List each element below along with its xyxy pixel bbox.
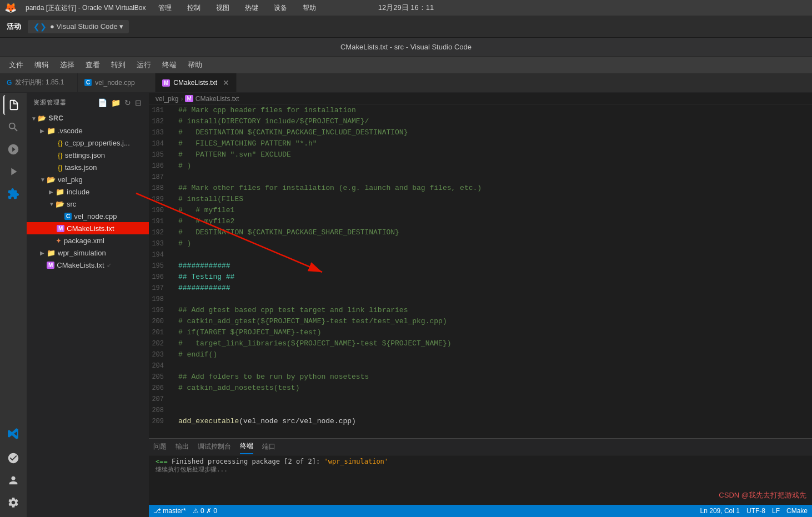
code-line-201: # if(TARGET ${PROJECT_NAME}-test)	[178, 327, 812, 338]
tree-json-icon: {}	[58, 151, 63, 159]
code-line-202: # target_link_libraries(${PROJECT_NAME}-…	[178, 338, 812, 349]
code-line-200: # catkin_add_gtest(${PROJECT_NAME}-test …	[178, 316, 812, 327]
line-numbers: 181 182 183 184 185 186 187 188 189 190 …	[149, 105, 174, 438]
tree-settings-json[interactable]: {} settings.json	[27, 149, 149, 161]
tree-folder-icon: 📂	[47, 175, 56, 184]
status-encoding[interactable]: UTF-8	[746, 507, 765, 515]
os-titlebar: 🦊 panda [正在运行] - Oracle VM VirtualBox 管理…	[0, 0, 812, 16]
tree-cmake-root[interactable]: M CMakeLists.txt ↙	[27, 259, 149, 271]
status-language[interactable]: CMake	[786, 507, 808, 515]
tree-wpr-simulation[interactable]: ▶ 📁 wpr_simulation	[27, 247, 149, 259]
tree-cmake-icon: M	[57, 225, 64, 232]
code-editor: 181 182 183 184 185 186 187 188 189 190 …	[149, 105, 812, 438]
menu-file[interactable]: 文件	[4, 59, 28, 71]
terminal-tab-output[interactable]: 输出	[176, 440, 189, 454]
code-line-181: ## Mark cpp header files for installatio…	[178, 105, 812, 116]
os-title: panda [正在运行] - Oracle VM VirtualBox	[26, 3, 146, 13]
sidebar-new-folder-icon[interactable]: 📁	[111, 98, 121, 107]
os-menu-control[interactable]: 控制	[184, 2, 204, 14]
tree-src-folder[interactable]: ▼ 📂 src	[27, 198, 149, 210]
activity-extensions[interactable]	[3, 184, 23, 204]
activity-files[interactable]	[3, 95, 23, 115]
breadcrumb: vel_pkg › M CMakeLists.txt	[149, 93, 812, 105]
activity-run[interactable]	[3, 162, 23, 182]
menu-run[interactable]: 运行	[132, 59, 156, 71]
breadcrumb-cmake-file: CMakeLists.txt	[196, 95, 239, 103]
activity-vscode[interactable]	[3, 424, 23, 444]
code-line-203: # endif()	[178, 349, 812, 360]
activity-search[interactable]	[3, 117, 23, 137]
code-line-198	[178, 294, 812, 305]
activity-label: 活动	[7, 22, 21, 32]
menu-goto[interactable]: 转到	[107, 59, 130, 71]
menu-select[interactable]: 选择	[56, 59, 79, 71]
sidebar-refresh-icon[interactable]: ↻	[124, 98, 132, 107]
tree-folder-icon: 📂	[38, 114, 47, 122]
code-line-192: # DESTINATION ${CATKIN_PACKAGE_SHARE_DES…	[178, 227, 812, 238]
activity-git[interactable]	[3, 139, 23, 159]
tree-cmakelists-selected[interactable]: M CMakeLists.txt	[27, 222, 149, 234]
tree-include-folder[interactable]: ▶ 📁 include	[27, 185, 149, 198]
code-line-204	[178, 360, 812, 372]
tree-cpp-icon: C	[64, 213, 72, 220]
menu-help[interactable]: 帮助	[183, 59, 207, 71]
tab-bar: G 发行说明: 1.85.1 C vel_node.cpp M CMakeLis…	[0, 73, 812, 93]
tab-cmake[interactable]: M CMakeLists.txt ✕	[156, 73, 237, 92]
status-right: Ln 209, Col 1 UTF-8 LF CMake	[700, 507, 808, 515]
tree-folder-icon: 📁	[47, 127, 56, 135]
tree-folder-icon: 📁	[47, 249, 56, 257]
status-errors[interactable]: ⚠ 0 ✗ 0	[193, 507, 217, 515]
terminal-tab-terminal[interactable]: 终端	[240, 439, 253, 454]
tab-release-notes[interactable]: G 发行说明: 1.85.1	[0, 73, 78, 92]
code-line-191: # # myfile2	[178, 216, 812, 227]
sidebar-collapse-icon[interactable]: ⊟	[135, 98, 142, 107]
terminal-panel: 问题 输出 调试控制台 终端 端口 <== Finished processin…	[149, 438, 812, 505]
menu-terminal[interactable]: 终端	[158, 59, 181, 71]
tab-close-cmake[interactable]: ✕	[223, 78, 229, 87]
tree-vel-node-cpp[interactable]: C vel_node.cpp	[27, 210, 149, 222]
os-menu-manage[interactable]: 管理	[155, 2, 175, 14]
code-line-186: # )	[178, 160, 812, 172]
sidebar: 资源管理器 📄 📁 ↻ ⊟ ▼ 📂 SRC	[27, 93, 149, 517]
code-line-195: ############	[178, 260, 812, 272]
code-line-185: # PATTERN ".svn" EXCLUDE	[178, 149, 812, 160]
status-position[interactable]: Ln 209, Col 1	[700, 507, 740, 515]
code-content[interactable]: 181 182 183 184 185 186 187 188 189 190 …	[149, 105, 812, 438]
tree-cpp-props[interactable]: {} c_cpp_properties.j...	[27, 137, 149, 149]
tree-tasks-json[interactable]: {} tasks.json	[27, 161, 149, 173]
code-line-205: ## Add folders to be run by python noset…	[178, 372, 812, 383]
activity-bar	[0, 93, 27, 517]
os-datetime: 12月29日 16：11	[378, 3, 434, 13]
tree-cmake-icon2: M	[47, 262, 54, 269]
terminal-tab-debug[interactable]: 调试控制台	[198, 440, 231, 454]
code-line-190: # # myfile1	[178, 205, 812, 216]
tree-folder-icon: 📂	[56, 200, 64, 208]
os-menu-view[interactable]: 视图	[213, 2, 233, 14]
tab-vel-node[interactable]: C vel_node.cpp	[78, 73, 156, 92]
os-menu-device[interactable]: 设备	[270, 2, 290, 14]
activity-debug[interactable]	[3, 448, 23, 468]
tree-package-xml[interactable]: ✦ package.xml	[27, 234, 149, 247]
status-branch[interactable]: ⎇ master*	[153, 507, 186, 515]
code-line-207	[178, 394, 812, 405]
tree-json-icon: {}	[58, 163, 63, 172]
activity-account[interactable]	[3, 470, 23, 490]
code-line-189: # install(FILES	[178, 194, 812, 205]
tree-src-root[interactable]: ▼ 📂 SRC	[27, 112, 149, 124]
terminal-tab-ports[interactable]: 端口	[262, 440, 275, 454]
menu-edit[interactable]: 编辑	[30, 59, 53, 71]
terminal-tab-problems[interactable]: 问题	[153, 440, 167, 454]
status-eol[interactable]: LF	[772, 507, 780, 515]
editor-area: vel_pkg › M CMakeLists.txt 181 182 183 1…	[149, 93, 812, 517]
os-menu-help[interactable]: 帮助	[299, 2, 319, 14]
sidebar-new-file-icon[interactable]: 📄	[98, 98, 108, 107]
vscode-menubar: 文件 编辑 选择 查看 转到 运行 终端 帮助	[0, 57, 812, 73]
tree-vscode-folder[interactable]: ▶ 📁 .vscode	[27, 124, 149, 137]
menu-view[interactable]: 查看	[81, 59, 104, 71]
tree-vel-pkg-folder[interactable]: ▼ 📂 vel_pkg	[27, 173, 149, 185]
tree-json-icon: {}	[58, 139, 63, 147]
code-line-184: # FILES_MATCHING PATTERN "*.h"	[178, 138, 812, 149]
os-menu-hotkey[interactable]: 热键	[242, 2, 262, 14]
activity-settings[interactable]	[3, 493, 23, 513]
vscode-taskbar-item[interactable]: ❮❯ ● Visual Studio Code ▾	[28, 20, 129, 33]
